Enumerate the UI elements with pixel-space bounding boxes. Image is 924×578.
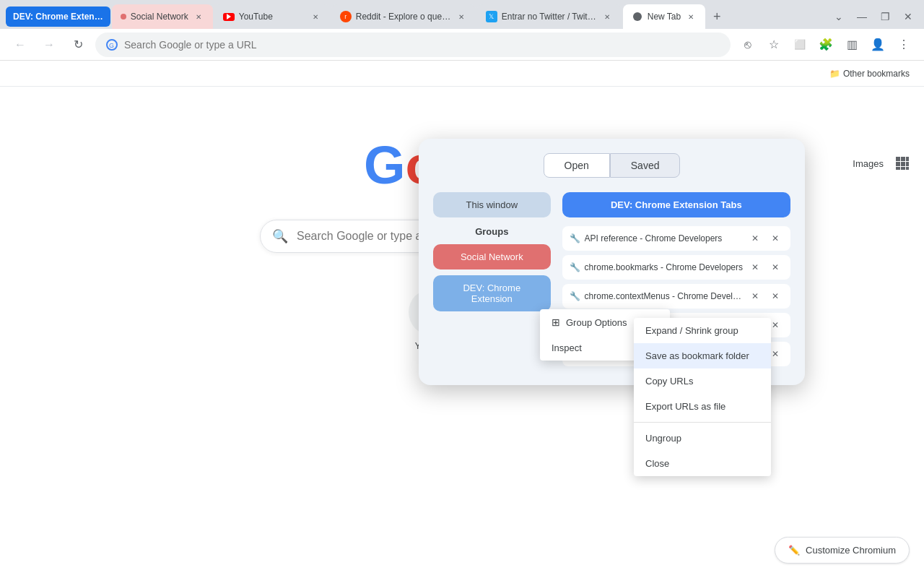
tab-reddit-close[interactable]: ✕	[456, 11, 467, 22]
tab-entry-2: 🔧 chrome.contextMenus - Chrome Devel… ✕ …	[562, 284, 790, 309]
tab-twitter[interactable]: 𝕏 Entrar no Twitter / Twitter… ✕	[477, 4, 622, 29]
copy-urls-label: Copy URLs	[645, 376, 693, 387]
tab-entry-close-0[interactable]: ✕	[767, 230, 783, 246]
search-icon: 🔍	[272, 228, 288, 244]
restore-button[interactable]: ❐	[875, 7, 895, 27]
new-tab-button[interactable]: +	[707, 7, 727, 27]
ungroup-item[interactable]: Ungroup	[634, 426, 771, 451]
tab-entry-pin-2[interactable]: ✕	[747, 288, 763, 304]
tab-twitter-label: Entrar no Twitter / Twitter…	[502, 12, 597, 22]
tab-entry-text-1: chrome.bookmarks - Chrome Developers	[585, 262, 743, 272]
tab-entry-pin-0[interactable]: ✕	[747, 230, 763, 246]
google-icon: G	[105, 38, 118, 51]
refresh-button[interactable]: ↻	[66, 33, 90, 56]
expand-shrink-item[interactable]: Expand / Shrink group	[634, 318, 771, 343]
profile-button[interactable]: 👤	[866, 33, 889, 56]
back-button[interactable]: ←	[9, 33, 32, 56]
tab-youtube[interactable]: YouTube ✕	[214, 4, 330, 29]
reddit-favicon: r	[340, 11, 352, 22]
close-group-label: Close	[645, 458, 669, 469]
tab-entry-favicon-1: 🔧	[570, 262, 580, 272]
tab-bar-right: ⌄ — ❐ ✕	[829, 7, 918, 29]
tab-entry-pin-1[interactable]: ✕	[747, 259, 763, 275]
customize-label: Customize Chromium	[806, 545, 896, 556]
social-group-dot	[121, 14, 126, 20]
customize-button[interactable]: ✏️ Customize Chromium	[775, 537, 910, 564]
tab-social-label: Social Network	[131, 12, 188, 22]
svg-rect-8	[906, 162, 909, 166]
share-button[interactable]: ⎋	[736, 33, 759, 56]
right-panel-title: DEV: Chrome Extension Tabs	[562, 192, 790, 217]
address-bar[interactable]: G	[95, 33, 731, 57]
tab-twitter-close[interactable]: ✕	[601, 11, 613, 22]
open-tab-button[interactable]: Open	[544, 153, 610, 178]
svg-rect-9	[896, 167, 900, 170]
popup-tab-switcher: Open Saved	[433, 153, 790, 178]
bookmarks-bar: 📁 Other bookmarks	[0, 61, 924, 87]
close-window-button[interactable]: ✕	[898, 7, 918, 27]
save-bookmark-item[interactable]: Save as bookmark folder	[634, 343, 771, 368]
youtube-favicon	[223, 13, 235, 21]
newtab-favicon	[632, 11, 643, 22]
tab-entry-0: 🔧 API reference - Chrome Developers ✕ ✕	[562, 226, 790, 251]
tab-entry-1: 🔧 chrome.bookmarks - Chrome Developers ✕…	[562, 255, 790, 280]
groups-label: Groups	[433, 226, 551, 237]
browser-frame: DEV: Chrome Exten… Social Network ✕ YouT…	[0, 0, 924, 578]
toolbar: ← → ↻ G ⎋ ☆ ⬜ 🧩 ▥ 👤 ⋮	[0, 29, 924, 61]
svg-point-0	[633, 12, 642, 21]
svg-rect-5	[906, 157, 909, 161]
tab-reddit-label: Reddit - Explore o que qu…	[356, 12, 451, 22]
twitter-favicon: 𝕏	[486, 11, 497, 22]
bookmark-button[interactable]: ☆	[762, 33, 785, 56]
sidebar-button[interactable]: ▥	[840, 33, 863, 56]
tab-entry-close-2[interactable]: ✕	[767, 288, 783, 304]
svg-rect-11	[906, 167, 909, 170]
export-urls-item[interactable]: Export URLs as file	[634, 394, 771, 419]
tab-bar: DEV: Chrome Exten… Social Network ✕ YouT…	[0, 0, 924, 29]
tab-list-button[interactable]: ⌄	[829, 7, 849, 27]
tab-entry-favicon-2: 🔧	[570, 291, 580, 301]
extension-button[interactable]: 🧩	[814, 33, 837, 56]
saved-tab-button[interactable]: Saved	[610, 153, 681, 178]
popup-left-panel: This window Groups Social Network DEV: C…	[433, 192, 551, 371]
tab-dev-label: DEV: Chrome Exten…	[13, 12, 103, 22]
close-group-item[interactable]: Close	[634, 451, 771, 476]
address-input[interactable]	[124, 39, 720, 51]
customize-pencil-icon: ✏️	[788, 545, 800, 556]
context-menu-divider	[634, 422, 771, 423]
minimize-button[interactable]: —	[852, 7, 872, 27]
tab-social[interactable]: Social Network ✕	[112, 4, 213, 29]
tab-social-close[interactable]: ✕	[193, 11, 204, 22]
forward-button[interactable]: →	[38, 33, 61, 56]
save-bookmark-label: Save as bookmark folder	[645, 350, 749, 361]
group-social-network[interactable]: Social Network	[433, 244, 551, 269]
group-options-icon: ⊞	[552, 316, 560, 328]
svg-rect-3	[896, 157, 900, 161]
images-link[interactable]: Images	[853, 158, 884, 169]
tab-newtab[interactable]: New Tab ✕	[623, 4, 705, 29]
other-bookmarks[interactable]: 📁 Other bookmarks	[824, 66, 915, 82]
group-dev-extension[interactable]: DEV: Chrome Extension	[433, 275, 551, 311]
svg-rect-10	[901, 167, 905, 170]
svg-rect-6	[896, 162, 900, 166]
tab-newtab-close[interactable]: ✕	[685, 11, 697, 22]
tab-youtube-label: YouTube	[239, 12, 305, 22]
this-window-item[interactable]: This window	[433, 192, 551, 217]
context-menu-submenu: Expand / Shrink group Save as bookmark f…	[634, 318, 771, 476]
menu-button[interactable]: ⋮	[892, 33, 915, 56]
tab-entry-close-1[interactable]: ✕	[767, 259, 783, 275]
svg-rect-4	[901, 157, 905, 161]
tab-youtube-close[interactable]: ✕	[310, 11, 321, 22]
bookmarks-right: 📁 Other bookmarks	[824, 66, 915, 82]
tab-reddit[interactable]: r Reddit - Explore o que qu… ✕	[331, 4, 476, 29]
google-apps-button[interactable]	[892, 153, 912, 173]
tab-entry-favicon-0: 🔧	[570, 233, 580, 243]
ungroup-label: Ungroup	[645, 433, 681, 444]
tab-dev-special[interactable]: DEV: Chrome Exten…	[6, 7, 110, 27]
tab-newtab-label: New Tab	[648, 12, 681, 22]
copy-urls-item[interactable]: Copy URLs	[634, 368, 771, 394]
tab-search-button[interactable]: ⬜	[788, 33, 811, 56]
expand-shrink-label: Expand / Shrink group	[645, 325, 738, 336]
tab-entry-text-0: API reference - Chrome Developers	[585, 233, 743, 243]
group-options-label: Group Options	[566, 317, 627, 328]
